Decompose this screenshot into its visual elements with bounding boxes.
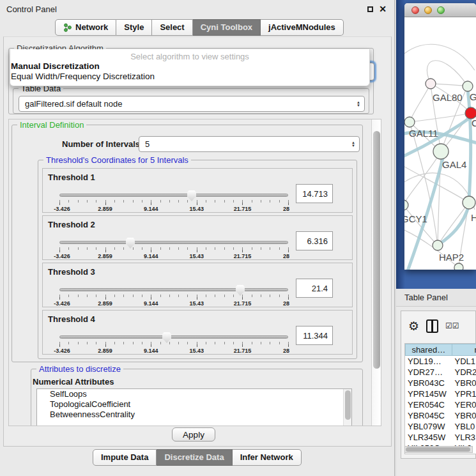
list-scrollbar[interactable] (343, 389, 351, 426)
tab-impute-data[interactable]: Impute Data (93, 449, 157, 466)
column-header-name[interactable]: na (452, 344, 476, 356)
network-node[interactable] (463, 196, 475, 209)
network-node[interactable] (404, 117, 415, 127)
settings-scrollbar[interactable] (371, 119, 381, 426)
table-row[interactable]: YBR043CYBR0 (405, 378, 476, 388)
table-columns-icon[interactable] (426, 319, 438, 333)
slider-track[interactable] (59, 241, 288, 244)
tab-infer-network[interactable]: Infer Network (233, 449, 302, 466)
threshold-2-label: Threshold 2 (48, 220, 95, 229)
node-label-gal11: GAL11 (409, 128, 438, 139)
number-of-intervals-combobox[interactable]: 5 ▲▼ (139, 136, 360, 152)
threshold-3-slider[interactable]: -3.426 2.859 9.144 15.43 21.715 28 (59, 285, 289, 307)
tab-discretize-data[interactable]: Discretize Data (157, 449, 232, 466)
attributes-group-title: Attributes to discretize (36, 364, 123, 374)
network-icon (63, 23, 72, 32)
tab-select[interactable]: Select (152, 19, 192, 36)
list-item[interactable]: TopologicalCoefficient (37, 399, 351, 410)
numerical-attributes-list: SelfLoops TopologicalCoefficient Between… (36, 388, 352, 426)
threshold-4-slider[interactable]: -3.426 2.859 9.144 15.43 21.715 28 (59, 332, 289, 354)
settings-scrollbar-thumb[interactable] (373, 131, 380, 369)
network-node[interactable] (454, 263, 463, 270)
node-label-gal80: GAL80 (433, 92, 463, 103)
attributes-to-discretize-group: Attributes to discretize Numerical Attri… (31, 369, 363, 426)
slider-scale: -3.426 2.859 9.144 15.43 21.715 28 (59, 348, 289, 355)
threshold-3-value-field[interactable]: 21.4 (296, 279, 333, 298)
number-of-intervals-label: Number of Intervals (62, 139, 140, 149)
table-row[interactable]: YBL079WYBL0 (405, 421, 476, 432)
list-scrollbar-thumb[interactable] (345, 390, 351, 420)
node-label-gcy1: GCY1 (404, 213, 427, 224)
threshold-2-value-field[interactable]: 6.316 (296, 231, 333, 250)
dropdown-option-equal-width-frequency[interactable]: Equal Width/Frequency Discretization (10, 72, 369, 82)
table-row[interactable]: YPR145WYPR1 (405, 388, 476, 399)
table-header-row: shared… na (405, 344, 476, 356)
number-of-intervals-value: 5 (145, 139, 150, 149)
dropdown-option-manual-discretization[interactable]: Manual Discretization (10, 61, 369, 72)
column-header-shared[interactable]: shared… (405, 344, 452, 356)
node-label-gal4: GAL4 (442, 159, 466, 170)
table-panel-title: Table Panel (404, 293, 448, 302)
gear-icon[interactable]: ⚙ (408, 320, 419, 332)
threshold-1-panel: Threshold 1 -3.426 2.859 9.144 15.43 21.… (42, 168, 353, 213)
checkbox-icons[interactable]: ☑☑ (445, 321, 459, 330)
right-section: GAL80 GA C GAL11 GAL4 GCY1 H HAP2 Table … (396, 0, 476, 476)
threshold-coordinates-group: Threshold's Coordinates for 5 Intervals … (38, 160, 357, 359)
combo-stepper-icon: ▲▼ (350, 141, 357, 148)
network-node[interactable] (463, 81, 473, 91)
table-horizontal-scrollbar-thumb[interactable] (406, 447, 470, 452)
table-row[interactable]: YDR27…YDR2 (405, 367, 476, 378)
slider-track[interactable] (59, 288, 288, 291)
table-row[interactable]: YBR045CYBR0 (405, 410, 476, 421)
top-tab-bar: Network Style Select Cyni Toolbox jActiv… (55, 19, 344, 36)
node-label-partial-c: C (472, 118, 476, 128)
slider-ticks (59, 295, 289, 300)
tab-jactivemnodules[interactable]: jActiveMNodules (261, 19, 344, 36)
node-attribute-table: shared… na YDL19…YDL1 YDR27…YDR2 YBR043C… (404, 343, 476, 454)
slider-scale: -3.426 2.859 9.144 15.43 21.715 28 (59, 300, 289, 307)
table-data-group: Table Data galFiltered.sif default node … (13, 88, 369, 114)
close-icon[interactable]: ✕ (379, 6, 387, 12)
slider-track[interactable] (59, 335, 288, 339)
apply-button[interactable]: Apply (172, 427, 215, 441)
slider-scale: -3.426 2.859 9.144 15.43 21.715 28 (59, 206, 289, 213)
node-label-hap2: HAP2 (439, 252, 464, 263)
combo-stepper-icon: ▲▼ (355, 101, 362, 107)
threshold-3-label: Threshold 3 (48, 267, 95, 277)
threshold-1-value-field[interactable]: 14.713 (296, 184, 333, 203)
interval-definition-group-title: Interval Definition (17, 120, 86, 130)
network-node[interactable] (426, 79, 436, 89)
bottom-tab-bar: Impute Data Discretize Data Infer Networ… (93, 449, 302, 466)
tab-style[interactable]: Style (116, 19, 152, 36)
list-item[interactable]: SelfLoops (37, 389, 351, 399)
tab-cyni-toolbox[interactable]: Cyni Toolbox (193, 19, 261, 36)
slider-ticks (59, 200, 289, 205)
minimize-traffic-light-icon[interactable] (424, 6, 432, 14)
float-window-icon[interactable] (367, 6, 373, 12)
threshold-1-label: Threshold 1 (48, 173, 95, 182)
network-canvas[interactable]: GAL80 GA C GAL11 GAL4 GCY1 H HAP2 (404, 18, 476, 270)
interval-definition-group: Interval Definition Number of Intervals … (12, 125, 363, 362)
table-horizontal-scrollbar[interactable] (404, 446, 473, 453)
zoom-traffic-light-icon[interactable] (437, 6, 445, 14)
threshold-1-slider[interactable]: -3.426 2.859 9.144 15.43 21.715 28 (59, 190, 289, 212)
network-node[interactable] (433, 240, 443, 250)
control-panel: Control Panel ✕ Network Style Select Cyn… (0, 0, 395, 476)
close-traffic-light-icon[interactable] (411, 6, 419, 14)
algorithm-dropdown-list: Select algorithm to view settings Manual… (10, 49, 370, 86)
panel-title: Control Panel (6, 4, 57, 14)
table-row[interactable]: YDL19…YDL1 (405, 356, 476, 367)
dropdown-prompt: Select algorithm to view settings (10, 49, 369, 61)
threshold-4-value-field[interactable]: 11.344 (296, 326, 333, 345)
slider-track[interactable] (59, 194, 288, 197)
table-data-combobox[interactable]: galFiltered.sif default node ▲▼ (19, 96, 365, 112)
slider-ticks (59, 342, 289, 347)
desktop-background: GAL80 GA C GAL11 GAL4 GCY1 H HAP2 (396, 0, 476, 289)
list-item[interactable]: BetweennessCentrality (37, 410, 351, 420)
tab-network[interactable]: Network (55, 19, 116, 36)
table-row[interactable]: YLR345WYLR3 (405, 432, 476, 443)
network-node[interactable] (433, 144, 449, 159)
table-row[interactable]: YER054CYER0 (405, 399, 476, 410)
network-node[interactable] (404, 200, 408, 210)
threshold-2-slider[interactable]: -3.426 2.859 9.144 15.43 21.715 28 (59, 238, 289, 259)
